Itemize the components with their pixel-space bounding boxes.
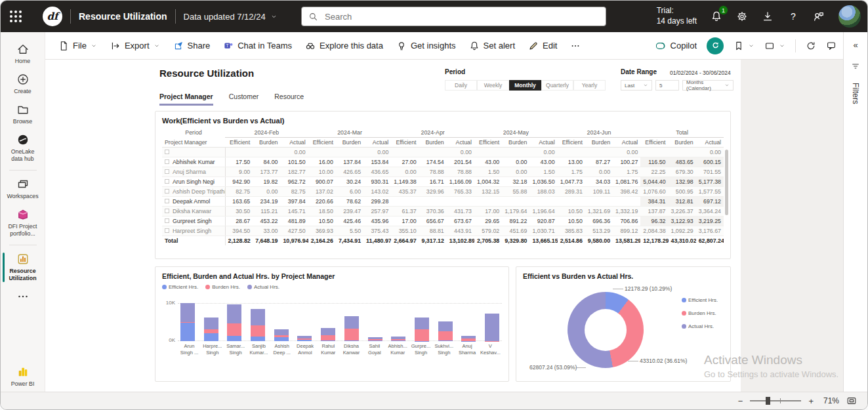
column-group-header[interactable]: 2024-Apr <box>391 128 474 138</box>
matrix-scrollbar[interactable] <box>725 150 728 215</box>
row-header-cell[interactable] <box>162 148 225 157</box>
zoom-slider[interactable] <box>750 400 801 401</box>
measure-header[interactable]: Burden <box>585 138 613 148</box>
org-logo[interactable]: df <box>43 7 62 26</box>
unit-dropdown[interactable]: Months (Calendar) <box>682 80 734 91</box>
bar-arun-singh[interactable] <box>180 303 195 341</box>
measure-header[interactable]: Efficient <box>640 138 668 148</box>
column-group-header[interactable]: 2024-May <box>474 128 558 138</box>
settings-icon[interactable] <box>736 10 748 22</box>
measure-header[interactable]: Efficient <box>308 138 336 148</box>
row-header-label[interactable]: Project Manager <box>162 138 225 148</box>
sidebar-item-power-bi[interactable]: Power BI <box>1 361 45 392</box>
measure-header[interactable]: Actual <box>363 138 391 148</box>
toolbar-item-copilot[interactable]: Copilot <box>656 41 697 51</box>
period-button-yearly[interactable]: Yearly <box>573 80 606 91</box>
row-header-cell[interactable]: Deepak Anmol <box>162 197 225 207</box>
measure-header[interactable]: Actual <box>613 138 640 148</box>
toolbar-item-comment-icon[interactable] <box>826 41 837 51</box>
table-row[interactable]: Abhishek Kumar17.5084.00101.5016.00137.8… <box>162 157 724 167</box>
expand-icon[interactable] <box>165 218 169 223</box>
row-header-cell[interactable]: Diksha Kanwar <box>162 207 225 216</box>
bar-anuj-sharma[interactable] <box>461 336 476 341</box>
period-button-monthly[interactable]: Monthly <box>509 80 541 91</box>
measure-header[interactable]: Burden <box>336 138 363 148</box>
sidebar-item-onelake-data-hub[interactable]: OneLakedata hub <box>1 129 45 167</box>
bar-ashish-deep[interactable] <box>274 329 289 341</box>
table-row[interactable]: 0.000.000.000.000.000.00 <box>162 148 724 157</box>
filter-icon[interactable] <box>851 62 860 71</box>
expand-icon[interactable] <box>165 228 169 233</box>
expand-icon[interactable] <box>165 199 169 203</box>
donut-chart[interactable] <box>568 292 644 368</box>
data-updated-dropdown[interactable]: Data updated 7/12/24 <box>184 12 278 22</box>
last-dropdown[interactable]: Last <box>621 80 652 91</box>
sidebar-item-more-icon[interactable] <box>1 286 45 309</box>
row-header-cell[interactable]: Arun Singh Negi <box>162 177 225 187</box>
table-row[interactable]: Gurpreet Singh28.67453.22481.8910.50425.… <box>162 216 724 226</box>
measure-header[interactable]: Efficient <box>391 138 419 148</box>
sidebar-item-home[interactable]: Home <box>1 39 45 69</box>
toolbar-item-bookmark-icon[interactable] <box>734 41 754 51</box>
expand-icon[interactable] <box>165 189 169 194</box>
measure-header[interactable]: Burden <box>502 138 529 148</box>
toolbar-item-chat-in-teams[interactable]: TChat in Teams <box>223 41 292 51</box>
sidebar-item-resource-utilization[interactable]: ResourceUtilization <box>1 249 45 286</box>
bar-sukhvi-singh[interactable] <box>438 321 453 341</box>
column-group-header[interactable]: 2024-Feb <box>225 128 308 138</box>
table-row[interactable]: Anuj Sharma9.00173.77182.7710.00426.6543… <box>162 167 724 177</box>
download-icon[interactable] <box>762 10 774 22</box>
period-button-quarterly[interactable]: Quarterly <box>541 80 573 91</box>
table-row[interactable]: Harpreet Singh394.5033.00427.50369.935.5… <box>162 226 724 236</box>
bar-gurpre-singh[interactable] <box>415 318 429 341</box>
waffle-menu-icon[interactable] <box>10 10 22 22</box>
toolbar-item-explore-this-data[interactable]: Explore this data <box>305 41 383 51</box>
column-group-header[interactable]: Total <box>640 128 724 138</box>
toolbar-item-export[interactable]: Export <box>110 41 160 51</box>
bar-sahil-goyal[interactable] <box>368 337 382 341</box>
zoom-in-button[interactable]: + <box>808 396 814 406</box>
measure-header[interactable]: Efficient <box>558 138 585 148</box>
column-group-header[interactable]: 2024-Jun <box>558 128 641 138</box>
expand-icon[interactable] <box>165 179 169 184</box>
table-row[interactable]: Deepak Anmol163.65234.19397.84220.6678.6… <box>162 197 724 207</box>
measure-header[interactable]: Actual <box>529 138 557 148</box>
sidebar-item-dfi-project-portfolio[interactable]: DFI Projectportfolio... <box>1 204 45 241</box>
row-header-cell[interactable]: Ashish Deep Tripathi <box>162 187 225 197</box>
measure-header[interactable]: Burden <box>669 138 696 148</box>
sync-circle-button[interactable] <box>707 37 724 54</box>
search-box[interactable] <box>301 7 606 26</box>
tab-resource[interactable]: Resource <box>274 92 304 106</box>
period-button-daily[interactable]: Daily <box>445 80 477 91</box>
table-row[interactable]: Ashish Deep Tripathi82.750.0082.75137.02… <box>162 187 724 197</box>
bar-v-keshav[interactable] <box>485 314 499 341</box>
expand-icon[interactable] <box>165 209 169 213</box>
bar-abhish-kumar[interactable] <box>391 337 405 341</box>
expand-icon[interactable] <box>165 150 169 154</box>
help-icon[interactable]: ? <box>787 10 799 22</box>
row-header-cell[interactable]: Gurpreet Singh <box>162 216 225 226</box>
notifications-icon[interactable]: 1 <box>711 10 722 22</box>
bar-rahul-kumar[interactable] <box>321 328 335 341</box>
search-input[interactable] <box>323 11 599 22</box>
measure-header[interactable]: Actual <box>447 138 474 148</box>
expand-pane-icon[interactable]: « <box>853 40 858 50</box>
sidebar-item-create[interactable]: Create <box>1 69 45 99</box>
expand-icon[interactable] <box>165 169 169 174</box>
toolbar-item-refresh-icon[interactable] <box>806 41 816 51</box>
toolbar-item-more-icon[interactable] <box>570 41 581 51</box>
table-row[interactable]: Diksha Kanwar30.50115.21145.7118.50239.4… <box>162 207 724 216</box>
filters-pane-label[interactable]: Filters <box>851 83 860 104</box>
zoom-out-button[interactable]: − <box>738 396 743 406</box>
last-n-input[interactable]: 5 <box>655 80 679 91</box>
toolbar-item-file[interactable]: File <box>58 41 97 51</box>
expand-icon[interactable] <box>165 159 169 164</box>
measure-header[interactable]: Efficient <box>474 138 502 148</box>
toolbar-item-get-insights[interactable]: Get insights <box>396 41 456 51</box>
bar-deepak-anmol[interactable] <box>297 336 312 341</box>
row-header-cell[interactable]: Anuj Sharma <box>162 167 225 177</box>
toolbar-item-edit[interactable]: Edit <box>528 41 557 51</box>
feedback-icon[interactable] <box>813 10 825 22</box>
toolbar-item-set-alert[interactable]: Set alert <box>469 41 515 51</box>
bar-sanjib-kumar[interactable] <box>251 309 265 341</box>
